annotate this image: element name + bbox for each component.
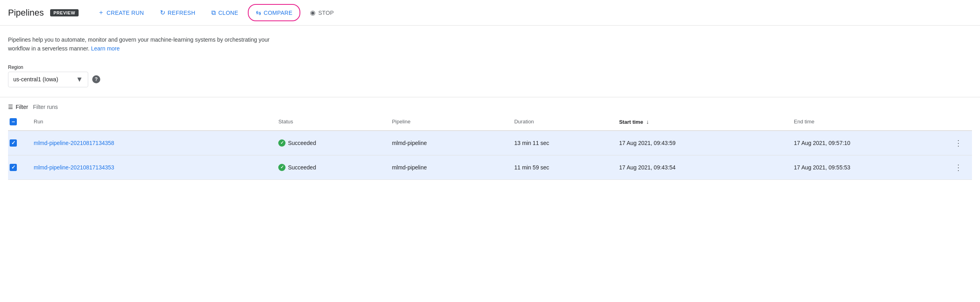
col-header-run: Run: [27, 113, 272, 131]
table-body: ✓ mlmd-pipeline-20210817134358 ✓ Succeed…: [8, 131, 972, 180]
row1-duration-cell: 13 min 11 sec: [508, 131, 612, 155]
header-checkbox[interactable]: −: [10, 118, 17, 125]
row1-start-time-cell: 17 Aug 2021, 09:43:59: [613, 131, 788, 155]
clone-icon: ⧉: [211, 9, 216, 16]
row2-end-time-cell: 17 Aug 2021, 09:55:53: [788, 155, 945, 179]
header-checkbox-cell: −: [8, 113, 27, 131]
compare-button[interactable]: ⇆ COMPARE: [249, 6, 299, 20]
row1-succeeded-icon: ✓: [278, 139, 285, 147]
row2-pipeline-cell: mlmd-pipeline: [385, 155, 508, 179]
region-value: us-central1 (Iowa): [13, 76, 58, 83]
row2-run-link[interactable]: mlmd-pipeline-20210817134353: [34, 164, 114, 171]
row2-duration-cell: 11 min 59 sec: [508, 155, 612, 179]
table-row: ✓ mlmd-pipeline-20210817134358 ✓ Succeed…: [8, 131, 972, 155]
toolbar: Pipelines PREVIEW ＋ CREATE RUN ↻ REFRESH…: [0, 0, 980, 26]
preview-badge: PREVIEW: [50, 9, 78, 16]
col-header-pipeline: Pipeline: [385, 113, 508, 131]
row1-run-cell: mlmd-pipeline-20210817134358: [27, 131, 272, 155]
compare-button-wrapper: ⇆ COMPARE: [248, 4, 300, 21]
col-header-end-time: End time: [788, 113, 945, 131]
row2-status-wrapper: ✓ Succeeded: [278, 164, 379, 171]
filter-icon: ☰: [8, 104, 13, 110]
minus-icon: −: [12, 119, 15, 125]
row1-run-link[interactable]: mlmd-pipeline-20210817134358: [34, 140, 114, 146]
table-header: − Run Status Pipeline Duration Start tim…: [8, 113, 972, 131]
sort-arrow-icon: ↓: [646, 119, 649, 125]
description-text: Pipelines help you to automate, monitor …: [8, 35, 289, 53]
compare-icon: ⇆: [256, 9, 261, 16]
row2-checkbox-cell: ✓: [8, 155, 27, 179]
row2-status-cell: ✓ Succeeded: [272, 155, 385, 179]
col-header-start-time[interactable]: Start time ↓: [613, 113, 788, 131]
checkmark-icon: ✓: [11, 164, 16, 170]
row1-checkbox-cell: ✓: [8, 131, 27, 155]
region-label: Region: [8, 64, 972, 70]
checkmark-icon: ✓: [11, 140, 16, 146]
description-section: Pipelines help you to automate, monitor …: [0, 26, 980, 58]
row2-succeeded-icon: ✓: [278, 164, 285, 171]
success-checkmark-icon: ✓: [280, 140, 284, 145]
plus-icon: ＋: [98, 8, 104, 17]
filter-section: ☰ Filter Filter runs: [0, 97, 980, 113]
row1-status-text: Succeeded: [288, 140, 316, 146]
region-select-wrapper: us-central1 (Iowa) ▼ ?: [8, 72, 972, 87]
help-icon[interactable]: ?: [92, 75, 100, 83]
clone-button[interactable]: ⧉ CLONE: [205, 6, 245, 20]
row1-status-wrapper: ✓ Succeeded: [278, 139, 379, 147]
row1-actions-cell: ⋮: [945, 131, 972, 155]
row2-status-text: Succeeded: [288, 164, 316, 171]
col-header-duration: Duration: [508, 113, 612, 131]
row2-more-button[interactable]: ⋮: [951, 161, 966, 174]
refresh-button[interactable]: ↻ REFRESH: [154, 6, 202, 20]
chevron-down-icon: ▼: [76, 75, 83, 84]
row1-status-cell: ✓ Succeeded: [272, 131, 385, 155]
runs-table: − Run Status Pipeline Duration Start tim…: [8, 113, 972, 180]
row1-checkbox[interactable]: ✓: [10, 139, 17, 147]
table-row: ✓ mlmd-pipeline-20210817134353 ✓ Succeed…: [8, 155, 972, 179]
stop-button[interactable]: ◉ STOP: [304, 6, 340, 20]
success-checkmark-icon: ✓: [280, 165, 284, 170]
row2-run-cell: mlmd-pipeline-20210817134353: [27, 155, 272, 179]
stop-icon: ◉: [310, 9, 316, 16]
region-select[interactable]: us-central1 (Iowa) ▼: [8, 72, 88, 87]
table-wrapper: − Run Status Pipeline Duration Start tim…: [0, 113, 980, 180]
row2-checkbox[interactable]: ✓: [10, 164, 17, 171]
row2-start-time-cell: 17 Aug 2021, 09:43:54: [613, 155, 788, 179]
row2-actions-cell: ⋮: [945, 155, 972, 179]
col-header-status: Status: [272, 113, 385, 131]
row1-end-time-cell: 17 Aug 2021, 09:57:10: [788, 131, 945, 155]
learn-more-link[interactable]: Learn more: [91, 45, 120, 52]
filter-button[interactable]: ☰ Filter: [8, 104, 28, 110]
create-run-button[interactable]: ＋ CREATE RUN: [91, 5, 150, 20]
region-section: Region us-central1 (Iowa) ▼ ?: [0, 58, 980, 94]
row1-more-button[interactable]: ⋮: [951, 137, 966, 149]
row1-pipeline-cell: mlmd-pipeline: [385, 131, 508, 155]
filter-runs-label: Filter runs: [33, 104, 58, 110]
page-title: Pipelines: [8, 8, 44, 18]
refresh-icon: ↻: [160, 9, 165, 16]
col-header-actions: [945, 113, 972, 131]
